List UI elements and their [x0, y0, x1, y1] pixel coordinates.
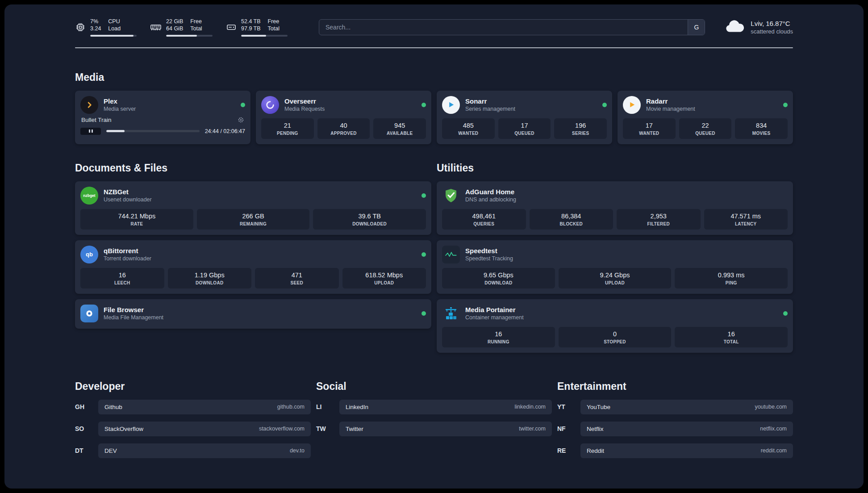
cpu-icon [75, 22, 86, 33]
service-card-nzbget[interactable]: nzbgetNZBGetUsenet downloader744.21 Mbps… [75, 181, 431, 235]
bookmark-abbr: RE [557, 447, 580, 454]
service-card-sonarr[interactable]: SonarrSeries management485WANTED17QUEUED… [437, 91, 612, 144]
bookmark-name: DEV [104, 447, 117, 454]
search-engine-button[interactable]: G [688, 20, 705, 35]
stat-label: RATE [130, 221, 143, 226]
app-name: AdGuard Home [465, 188, 516, 196]
stat-upload: 9.24 GbpsUPLOAD [559, 268, 672, 288]
stat-blocked: 86,384BLOCKED [530, 209, 613, 230]
cpu-label-top: CPU [108, 18, 121, 25]
memory-bar [166, 35, 213, 37]
bookmark-twitter: TWTwittertwitter.com [316, 422, 552, 436]
dashboard: 7%3.24 CPULoad 22 GiB64 GiB FreeTotal [4, 4, 864, 489]
search-input[interactable] [319, 19, 705, 35]
app-name: Speedtest [465, 247, 513, 255]
bookmark-link[interactable]: LinkedInlinkedin.com [339, 400, 552, 414]
stat-label: LEECH [114, 280, 130, 285]
status-dot [783, 311, 788, 316]
cloud-icon [725, 19, 745, 35]
stat-value: 16 [119, 272, 126, 279]
service-card-adguard-home[interactable]: AdGuard HomeDNS and adblocking498,461QUE… [437, 181, 793, 235]
topbar: 7%3.24 CPULoad 22 GiB64 GiB FreeTotal [75, 18, 793, 37]
app-subtitle: Media server [104, 106, 136, 112]
service-card-overseerr[interactable]: OverseerrMedia Requests21PENDING40APPROV… [256, 91, 431, 144]
stat-value: 471 [292, 272, 302, 279]
service-card-file-browser[interactable]: File BrowserMedia File Management [75, 299, 431, 329]
app-name: Overseerr [284, 97, 325, 105]
service-card-qbittorrent[interactable]: qbqBittorrentTorrent downloader16LEECH1.… [75, 240, 431, 294]
stat-filtered: 2,953FILTERED [617, 209, 701, 230]
weather-widget: Lviv, 16.87°C scattered clouds [725, 19, 793, 35]
now-playing-title: Bullet Train [81, 117, 112, 123]
gear-icon[interactable] [238, 117, 244, 123]
stat-stopped: 0STOPPED [559, 327, 672, 347]
card-header: SpeedtestSpeedtest Tracking [442, 245, 788, 264]
bookmark-link[interactable]: StackOverflowstackoverflow.com [98, 422, 311, 436]
card-header: SonarrSeries management [442, 95, 607, 115]
bookmark-abbr: DT [75, 447, 98, 454]
stat-label: LATENCY [735, 221, 757, 226]
documents-cards: nzbgetNZBGetUsenet downloader744.21 Mbps… [75, 181, 431, 329]
stat-label: DOWNLOAD [196, 280, 223, 285]
memory-total: 64 GiB [166, 25, 183, 32]
cpu-load: 3.24 [90, 25, 101, 32]
bookmark-link[interactable]: YouTubeyoutube.com [580, 400, 793, 414]
service-card-radarr[interactable]: RadarrMovie management17WANTED22QUEUED83… [618, 91, 793, 144]
media-heading: Media [75, 71, 793, 84]
section-media: Media Plex Media server Bullet Train [75, 71, 793, 144]
playback-progress[interactable] [106, 130, 200, 132]
stats-row: 16RUNNING0STOPPED16TOTAL [442, 327, 788, 347]
pause-button[interactable] [80, 128, 101, 135]
cpu-bar [90, 35, 137, 37]
stat-label: AVAILABLE [387, 131, 413, 136]
stat-label: RUNNING [488, 339, 509, 344]
service-card-speedtest[interactable]: SpeedtestSpeedtest Tracking9.65 GbpsDOWN… [437, 240, 793, 294]
stat-latency: 47.571 msLATENCY [704, 209, 788, 230]
app-subtitle: DNS and adblocking [465, 196, 516, 203]
cpu-label-bottom: Load [108, 25, 121, 32]
bookmark-link[interactable]: Netflixnetflix.com [580, 422, 793, 436]
stat-label: UPLOAD [374, 280, 394, 285]
stat-wanted: 485WANTED [442, 118, 495, 139]
status-dot [602, 103, 607, 107]
stat-value: 0 [613, 330, 617, 338]
search-bar: G [319, 19, 705, 35]
bookmark-link[interactable]: Githubgithub.com [98, 400, 311, 414]
bookmark-netflix: NFNetflixnetflix.com [557, 422, 793, 436]
player-controls: 24:44 / 02:06:47 [80, 128, 245, 135]
stat-label: SERIES [572, 131, 589, 136]
stat-label: UPLOAD [605, 280, 625, 285]
cpu-usage: 7% [90, 18, 101, 25]
bookmark-link[interactable]: DEVdev.to [98, 443, 311, 458]
bookmark-name: LinkedIn [346, 404, 368, 410]
stat-label: WANTED [458, 131, 478, 136]
overseerr-icon [261, 96, 279, 114]
stat-label: QUEUED [695, 131, 715, 136]
service-card-plex[interactable]: Plex Media server Bullet Train 24:44 / 0… [75, 91, 250, 144]
stat-downloaded: 39.6 TBDOWNLOADED [313, 209, 426, 230]
ram-icon [150, 22, 162, 33]
app-subtitle: Media Requests [284, 106, 325, 112]
stat-approved: 40APPROVED [317, 118, 370, 139]
app-name: Media Portainer [465, 306, 524, 313]
stat-value: 0.993 ms [718, 272, 745, 279]
disk-total: 97.9 TB [241, 25, 261, 32]
bookmark-link[interactable]: Twittertwitter.com [339, 422, 552, 436]
stat-label: DOWNLOAD [484, 280, 512, 285]
bookmark-link[interactable]: Redditreddit.com [580, 443, 793, 458]
documents-heading: Documents & Files [75, 162, 431, 174]
service-card-media-portainer[interactable]: Media PortainerContainer management16RUN… [437, 299, 793, 353]
adguard-icon [442, 187, 460, 205]
icon-logo-text: nzbget [83, 193, 95, 198]
stat-value: 266 GB [242, 213, 264, 220]
card-header: Plex Media server [80, 95, 245, 115]
stat-ping: 0.993 msPING [675, 268, 788, 288]
bookmark-dev: DTDEVdev.to [75, 443, 311, 458]
stat-upload: 618.52 MbpsUPLOAD [342, 268, 426, 288]
stat-label: DOWNLOADED [352, 221, 387, 226]
stat-rate: 744.21 MbpsRATE [80, 209, 193, 230]
bookmark-group-heading: Entertainment [557, 380, 793, 393]
bookmark-url: reddit.com [761, 447, 787, 454]
bookmark-name: StackOverflow [104, 426, 143, 432]
stat-value: 9.24 Gbps [600, 272, 630, 279]
